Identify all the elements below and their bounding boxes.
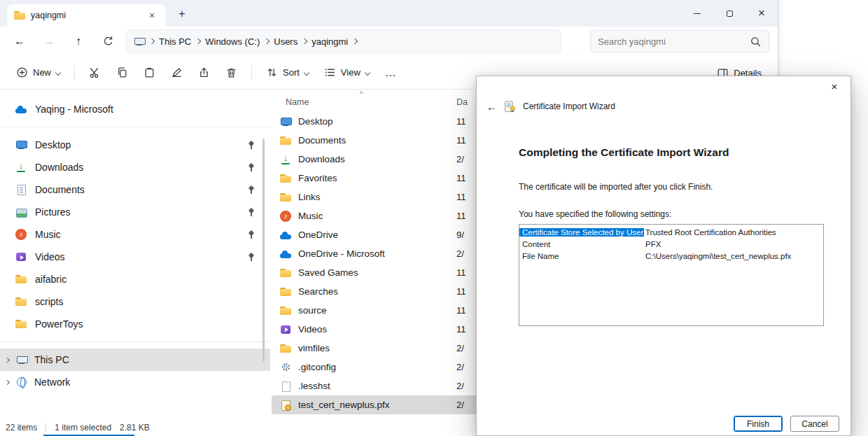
search-input[interactable] bbox=[598, 36, 750, 47]
file-date: 11 bbox=[456, 211, 466, 221]
search-box[interactable] bbox=[590, 30, 769, 52]
close-button[interactable]: × bbox=[746, 0, 778, 27]
pin-icon bbox=[247, 141, 255, 150]
sidebar-item-label: This PC bbox=[34, 354, 69, 365]
sidebar-item-label: scripts bbox=[35, 296, 63, 307]
tab-close-icon[interactable]: × bbox=[146, 10, 158, 21]
delete-button[interactable] bbox=[219, 61, 244, 85]
file-name: Favorites bbox=[298, 173, 449, 183]
file-date: 2/ bbox=[456, 248, 464, 259]
chevron-down-icon bbox=[365, 69, 370, 75]
scrollbar[interactable] bbox=[262, 139, 265, 363]
settings-list[interactable]: Certificate Store Selected by User Trust… bbox=[519, 224, 824, 326]
cert-icon bbox=[280, 400, 291, 411]
sidebar-tree-item[interactable]: Network bbox=[0, 371, 270, 393]
setting-row[interactable]: Certificate Store Selected by User Trust… bbox=[519, 226, 823, 238]
gear-icon bbox=[280, 362, 291, 373]
sidebar-item-onedrive[interactable]: Yaqing - Microsoft bbox=[7, 98, 263, 120]
setting-row[interactable]: Content PFX bbox=[519, 238, 823, 250]
desktop-icon bbox=[280, 116, 291, 127]
setting-value: Trusted Root Certification Authorities bbox=[644, 228, 776, 237]
this-pc-icon bbox=[134, 36, 145, 47]
cancel-button[interactable]: Cancel bbox=[790, 416, 839, 432]
sidebar-item[interactable]: Downloads bbox=[7, 156, 263, 178]
cut-button[interactable] bbox=[83, 61, 107, 85]
view-label: View bbox=[341, 67, 360, 78]
wizard-heading: Completing the Certificate Import Wizard bbox=[519, 146, 808, 159]
rename-button[interactable] bbox=[164, 61, 189, 85]
sidebar-item-label: Pictures bbox=[35, 206, 71, 218]
search-icon bbox=[750, 36, 762, 48]
selection-count: 1 item selected bbox=[55, 423, 111, 433]
plus-circle-icon bbox=[16, 66, 28, 78]
new-tab-button[interactable]: + bbox=[174, 6, 190, 22]
copy-button[interactable] bbox=[110, 61, 134, 85]
file-name: Downloads bbox=[298, 154, 449, 164]
sidebar-item[interactable]: Documents bbox=[7, 178, 263, 201]
chevron-right-icon[interactable] bbox=[5, 379, 10, 384]
forward-button[interactable]: → bbox=[38, 30, 60, 52]
file-name: vimfiles bbox=[298, 343, 449, 353]
dialog-close-button[interactable]: × bbox=[824, 79, 845, 94]
document-icon bbox=[15, 184, 27, 195]
breadcrumb-item[interactable]: This PC bbox=[159, 36, 200, 47]
download-icon bbox=[280, 154, 291, 165]
folder-icon bbox=[14, 10, 25, 21]
sidebar-item[interactable]: aifabric bbox=[7, 268, 263, 290]
divider bbox=[74, 65, 75, 80]
copy-icon bbox=[116, 66, 128, 78]
sidebar-item[interactable]: Music bbox=[7, 223, 263, 246]
finish-button[interactable]: Finish bbox=[734, 416, 783, 432]
divider bbox=[251, 65, 252, 80]
dialog-back-button[interactable]: ← bbox=[486, 101, 497, 113]
dialog-title-bar: × bbox=[477, 76, 850, 97]
sidebar-item[interactable]: Pictures bbox=[7, 201, 263, 223]
file-date: 2/ bbox=[456, 154, 464, 164]
back-button[interactable]: ← bbox=[8, 30, 31, 52]
setting-key: File Name bbox=[519, 252, 644, 260]
setting-value: C:\Users\yaqingmi\test_cert_newplus.pfx bbox=[644, 252, 791, 260]
breadcrumb-item[interactable]: yaqingmi bbox=[312, 36, 357, 47]
date-column-header[interactable]: Da bbox=[456, 97, 468, 107]
explorer-tab[interactable]: yaqingmi × bbox=[7, 4, 165, 27]
folder-icon bbox=[15, 274, 27, 285]
file-date: 2/ bbox=[456, 400, 464, 410]
sort-ascending-icon[interactable]: ^ bbox=[360, 90, 363, 97]
divider bbox=[0, 342, 270, 342]
paste-button[interactable] bbox=[137, 61, 162, 85]
sort-button[interactable]: Sort bbox=[260, 61, 315, 85]
breadcrumb-label: yaqingmi bbox=[312, 36, 348, 47]
up-button[interactable]: ↑ bbox=[67, 30, 90, 52]
chevron-right-icon[interactable] bbox=[5, 357, 10, 362]
sidebar-tree-item[interactable]: This PC bbox=[0, 349, 270, 371]
chevron-right-icon bbox=[195, 38, 201, 44]
breadcrumb[interactable]: This PC Windows (C:) Users bbox=[126, 29, 561, 53]
maximize-button[interactable] bbox=[713, 0, 746, 27]
file-date: 11 bbox=[456, 192, 466, 202]
sidebar-item-label: Downloads bbox=[35, 162, 83, 173]
video-icon bbox=[280, 324, 291, 335]
sidebar-item[interactable]: Videos bbox=[7, 246, 263, 268]
refresh-button[interactable] bbox=[97, 30, 119, 52]
share-icon bbox=[198, 66, 210, 78]
sidebar-item[interactable]: Desktop bbox=[7, 134, 263, 156]
breadcrumb-label: Windows (C:) bbox=[205, 36, 260, 47]
setting-row[interactable]: File Name C:\Users\yaqingmi\test_cert_ne… bbox=[519, 250, 823, 262]
new-button[interactable]: New bbox=[10, 61, 66, 85]
name-column-header[interactable]: Name bbox=[286, 97, 309, 107]
file-name: Documents bbox=[298, 135, 449, 146]
scissors-icon bbox=[89, 66, 101, 78]
music-icon bbox=[280, 211, 291, 222]
more-options-button[interactable]: … bbox=[379, 61, 403, 85]
sidebar-item[interactable]: scripts bbox=[7, 290, 263, 313]
sidebar-item[interactable]: PowerToys bbox=[7, 313, 263, 335]
minimize-button[interactable] bbox=[681, 0, 713, 27]
picture-icon bbox=[15, 206, 27, 218]
share-button[interactable] bbox=[192, 61, 216, 85]
breadcrumb-item[interactable]: Windows (C:) bbox=[205, 36, 269, 47]
sidebar-item-label: Videos bbox=[35, 251, 65, 262]
chevron-down-icon bbox=[304, 69, 309, 75]
view-button[interactable]: View bbox=[318, 61, 376, 85]
settings-caption: You have specified the following setting… bbox=[519, 209, 808, 219]
breadcrumb-item[interactable]: Users bbox=[274, 36, 307, 47]
